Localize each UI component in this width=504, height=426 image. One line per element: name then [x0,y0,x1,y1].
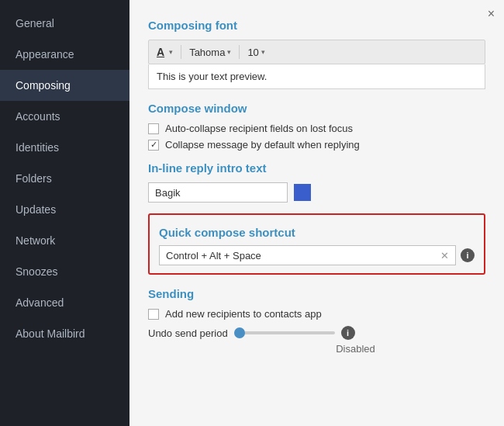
sidebar: General Appearance Composing Accounts Id… [0,0,129,426]
shortcut-input-box[interactable]: Control + Alt + Space ✕ [159,245,456,265]
inline-reply-row [148,182,485,203]
add-recipients-label: Add new recipients to contacts app [165,308,322,320]
collapse-message-row: ✓ Collapse message by default when reply… [148,139,485,151]
font-name-arrow: ▾ [227,48,231,56]
sidebar-item-appearance[interactable]: Appearance [0,39,129,70]
collapse-message-label: Collapse message by default when replyin… [165,139,360,151]
shortcut-input-row: Control + Alt + Space ✕ i [159,245,475,265]
color-swatch[interactable] [294,184,311,201]
undo-send-disabled-label: Disabled [148,343,485,355]
font-a-dropdown-arrow: ▾ [169,48,173,56]
undo-send-info-icon[interactable]: i [341,326,355,340]
inline-reply-title: In-line reply intro text [148,161,485,175]
collapse-message-checkbox[interactable]: ✓ [148,140,159,151]
autocollapse-label: Auto-collapse recipient fields on lost f… [165,123,353,134]
add-recipients-checkbox[interactable] [148,309,159,320]
sidebar-item-identities[interactable]: Identities [0,132,129,163]
divider-2 [239,45,240,59]
font-size-arrow: ▾ [261,48,265,56]
composing-font-title: Composing font [148,19,485,32]
undo-send-label: Undo send period [148,327,228,339]
sidebar-item-composing[interactable]: Composing [0,70,129,101]
sidebar-item-updates[interactable]: Updates [0,194,129,225]
font-a-icon: A [157,46,164,58]
sidebar-item-snoozes[interactable]: Snoozes [0,256,129,287]
font-selector-row: A ▾ Tahoma ▾ 10 ▾ [148,40,485,64]
undo-send-row: Undo send period i [148,326,485,340]
font-size-dropdown[interactable]: 10 ▾ [247,47,264,58]
close-button[interactable]: × [488,8,495,20]
inline-reply-input[interactable] [148,182,288,203]
quick-compose-title: Quick compose shortcut [159,226,475,239]
sidebar-item-advanced[interactable]: Advanced [0,287,129,318]
font-name-dropdown[interactable]: Tahoma ▾ [189,47,231,58]
clear-shortcut-icon[interactable]: ✕ [440,250,449,261]
autocollapse-checkbox[interactable] [148,123,159,134]
sending-title: Sending [148,287,485,300]
font-preview: This is your text preview. [148,64,485,89]
sidebar-item-about[interactable]: About Mailbird [0,318,129,349]
sidebar-item-general[interactable]: General [0,8,129,39]
divider-1 [181,45,181,59]
sidebar-item-network[interactable]: Network [0,225,129,256]
sidebar-item-accounts[interactable]: Accounts [0,101,129,132]
compose-window-title: Compose window [148,102,485,115]
shortcut-info-icon[interactable]: i [461,248,475,262]
autocollapse-row: Auto-collapse recipient fields on lost f… [148,123,485,134]
sidebar-item-folders[interactable]: Folders [0,163,129,194]
add-recipients-row: Add new recipients to contacts app [148,308,485,320]
main-content: × Composing font A ▾ Tahoma ▾ 10 ▾ This … [129,0,504,426]
undo-send-slider-thumb[interactable] [234,327,245,338]
shortcut-value: Control + Alt + Space [166,250,261,261]
quick-compose-section: Quick compose shortcut Control + Alt + S… [148,213,485,275]
undo-send-slider-track[interactable] [234,331,335,334]
